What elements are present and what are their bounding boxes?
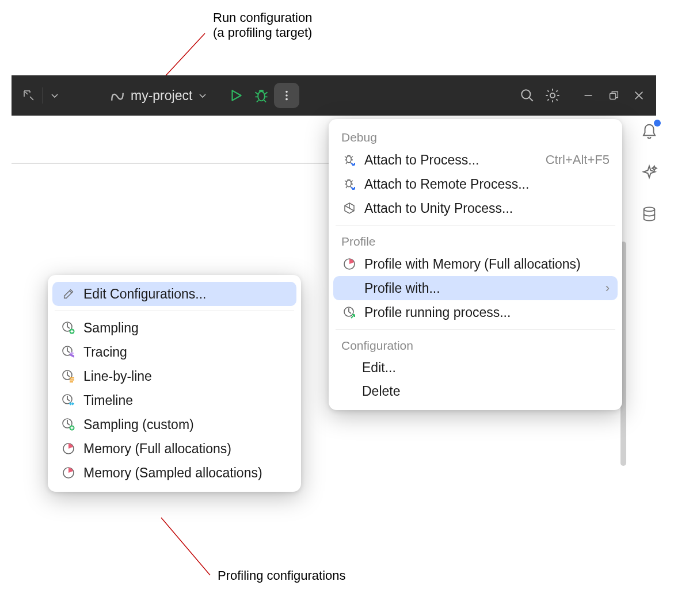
annotation-profiling-configs: Profiling configurations bbox=[218, 568, 346, 583]
svg-rect-7 bbox=[610, 93, 616, 99]
annotation-pointer-line bbox=[161, 518, 219, 581]
menu-profiling-memory-full[interactable]: Memory (Full allocations) bbox=[48, 437, 301, 461]
unity-icon bbox=[341, 200, 357, 216]
svg-point-1 bbox=[258, 91, 265, 101]
settings-icon[interactable] bbox=[540, 83, 565, 108]
annotation-run-config: Run configuration (a profiling target) bbox=[213, 10, 312, 40]
menu-label: Tracing bbox=[83, 345, 288, 360]
menu-delete-configuration[interactable]: Delete bbox=[329, 380, 622, 403]
timeline-icon bbox=[60, 392, 77, 408]
menu-label: Timeline bbox=[83, 393, 288, 408]
menu-label: Edit Configurations... bbox=[83, 286, 288, 302]
menu-profiling-sampling[interactable]: Sampling bbox=[48, 316, 301, 340]
profile-running-icon bbox=[341, 304, 357, 320]
menu-profiling-timeline[interactable]: Timeline bbox=[48, 388, 301, 412]
restore-button[interactable] bbox=[601, 83, 626, 108]
memory-icon bbox=[60, 465, 77, 481]
menu-profiling-sampling-custom[interactable]: Sampling (custom) bbox=[48, 412, 301, 437]
svg-rect-18 bbox=[70, 379, 74, 380]
separator bbox=[43, 87, 43, 104]
menu-label: Profile running process... bbox=[364, 305, 610, 320]
menu-shortcut: Ctrl+Alt+F5 bbox=[546, 152, 610, 167]
menu-label: Delete bbox=[362, 384, 610, 399]
section-header-debug: Debug bbox=[329, 126, 622, 148]
menu-profiling-memory-sampled[interactable]: Memory (Sampled allocations) bbox=[48, 461, 301, 485]
pencil-icon bbox=[60, 286, 77, 302]
svg-line-25 bbox=[161, 518, 210, 575]
svg-point-5 bbox=[521, 90, 530, 98]
menu-label: Attach to Process... bbox=[364, 152, 539, 168]
menu-profiling-tracing[interactable]: Tracing bbox=[48, 340, 301, 364]
menu-label: Edit... bbox=[362, 360, 610, 376]
svg-point-4 bbox=[286, 98, 288, 101]
more-actions-popup: Debug Attach to Process... Ctrl+Alt+F5 A… bbox=[329, 119, 622, 410]
chevron-right-icon: › bbox=[606, 281, 610, 296]
svg-line-0 bbox=[161, 33, 205, 81]
build-icon[interactable] bbox=[16, 83, 41, 108]
memory-icon bbox=[60, 441, 77, 457]
menu-label: Profile with Memory (Full allocations) bbox=[364, 257, 610, 272]
annotation-text: Run configuration bbox=[213, 10, 312, 25]
divider bbox=[336, 225, 615, 225]
run-button[interactable] bbox=[223, 83, 249, 108]
minimize-button[interactable] bbox=[576, 83, 601, 108]
annotation-text: Profiling configurations bbox=[218, 568, 346, 583]
menu-label: Profile with... bbox=[364, 281, 599, 296]
database-icon[interactable] bbox=[639, 204, 660, 224]
dotnet-icon bbox=[110, 88, 125, 103]
run-configuration-selector[interactable]: my-project bbox=[102, 85, 215, 107]
menu-attach-to-unity-process[interactable]: Attach to Unity Process... bbox=[329, 196, 622, 220]
menu-label: Attach to Remote Process... bbox=[364, 177, 610, 192]
menu-profile-with[interactable]: Profile with... › bbox=[333, 276, 618, 300]
annotation-text: (a profiling target) bbox=[213, 25, 312, 40]
divider bbox=[12, 163, 334, 164]
section-header-configuration: Configuration bbox=[329, 334, 622, 356]
menu-attach-to-remote-process[interactable]: Attach to Remote Process... bbox=[329, 172, 622, 196]
chevron-down-icon[interactable] bbox=[44, 83, 65, 108]
notifications-icon[interactable] bbox=[639, 121, 660, 141]
menu-label: Sampling bbox=[83, 320, 288, 336]
svg-rect-17 bbox=[70, 377, 74, 378]
menu-label: Memory (Full allocations) bbox=[83, 441, 288, 457]
menu-profile-memory-full[interactable]: Profile with Memory (Full allocations) bbox=[329, 252, 622, 276]
svg-point-6 bbox=[550, 93, 555, 98]
notification-dot bbox=[654, 120, 661, 127]
tracing-icon bbox=[60, 344, 77, 360]
menu-profiling-line-by-line[interactable]: Line-by-line bbox=[48, 364, 301, 388]
svg-point-3 bbox=[286, 94, 288, 97]
divider bbox=[55, 311, 294, 311]
run-config-name: my-project bbox=[131, 88, 192, 104]
menu-edit-configuration[interactable]: Edit... bbox=[329, 356, 622, 380]
bug-attach-icon bbox=[341, 152, 357, 168]
ai-assistant-icon[interactable] bbox=[639, 162, 660, 183]
close-button[interactable] bbox=[626, 83, 652, 108]
menu-label: Sampling (custom) bbox=[83, 417, 288, 433]
svg-rect-19 bbox=[70, 381, 73, 382]
svg-point-10 bbox=[346, 180, 351, 187]
menu-label: Line-by-line bbox=[83, 369, 288, 384]
menu-profile-running-process[interactable]: Profile running process... bbox=[329, 300, 622, 324]
profile-with-submenu: Edit Configurations... Sampling Tracing bbox=[48, 275, 301, 492]
svg-point-8 bbox=[644, 207, 655, 211]
menu-label: Memory (Sampled allocations) bbox=[83, 465, 288, 481]
svg-point-9 bbox=[346, 156, 351, 163]
main-toolbar: my-project bbox=[12, 75, 656, 116]
blank-icon bbox=[341, 280, 357, 296]
menu-attach-to-process[interactable]: Attach to Process... Ctrl+Alt+F5 bbox=[329, 148, 622, 172]
svg-point-2 bbox=[286, 91, 288, 93]
search-icon[interactable] bbox=[515, 83, 540, 108]
memory-profile-icon bbox=[341, 256, 357, 272]
right-tool-rail bbox=[639, 121, 660, 224]
sampling-icon bbox=[60, 320, 77, 336]
sampling-icon bbox=[60, 416, 77, 433]
debug-button[interactable] bbox=[249, 83, 274, 108]
section-header-profile: Profile bbox=[329, 230, 622, 252]
bug-remote-icon bbox=[341, 176, 357, 192]
more-actions-button[interactable] bbox=[274, 83, 299, 108]
menu-edit-configurations[interactable]: Edit Configurations... bbox=[52, 282, 296, 306]
menu-label: Attach to Unity Process... bbox=[364, 201, 610, 216]
line-by-line-icon bbox=[60, 368, 77, 384]
divider bbox=[336, 329, 615, 330]
chevron-down-icon bbox=[198, 91, 207, 100]
